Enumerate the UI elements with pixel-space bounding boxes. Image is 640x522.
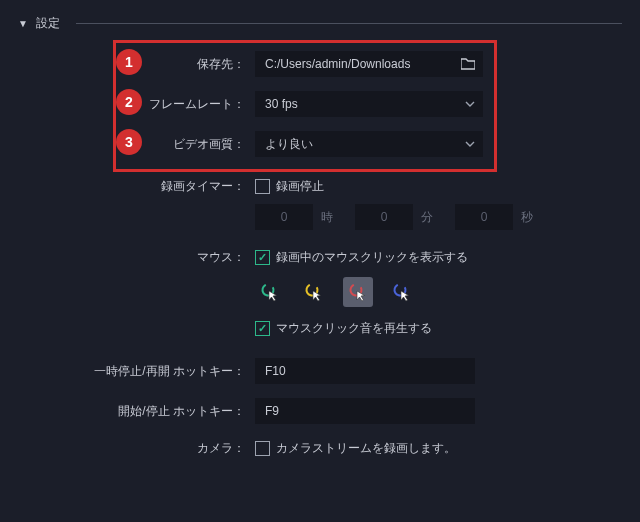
mouse-color-blue[interactable]: [387, 277, 417, 307]
save-path-field[interactable]: C:/Users/admin/Downloads: [255, 51, 483, 77]
quality-select[interactable]: より良い: [255, 131, 483, 157]
hotkey-start-label: 開始/停止 ホットキー：: [80, 403, 255, 420]
timer-seconds-input[interactable]: 0: [455, 204, 513, 230]
settings-header[interactable]: ▼ 設定: [18, 15, 622, 32]
hotkey-start-value: F9: [265, 404, 279, 418]
mouse-label: マウス：: [130, 249, 255, 266]
rec-stop-label: 録画停止: [276, 178, 324, 195]
mouse-show-label: 録画中のマウスクリックを表示する: [276, 249, 468, 266]
checkbox-icon: [255, 441, 270, 456]
timer-minutes-input[interactable]: 0: [355, 204, 413, 230]
mouse-color-yellow[interactable]: [299, 277, 329, 307]
framerate-label: フレームレート：: [130, 96, 255, 113]
camera-label: カメラ：: [130, 440, 255, 457]
timer-seconds-unit: 秒: [521, 209, 533, 226]
mouse-sound-checkbox[interactable]: ✓ マウスクリック音を再生する: [255, 320, 432, 337]
folder-icon[interactable]: [461, 58, 475, 70]
checkbox-icon: ✓: [255, 250, 270, 265]
chevron-down-icon: [465, 141, 475, 147]
framerate-select[interactable]: 30 fps: [255, 91, 483, 117]
timer-hours-unit: 時: [321, 209, 333, 226]
cursor-ring-icon: [348, 282, 368, 302]
chevron-down-icon: [465, 101, 475, 107]
save-path-label: 保存先：: [130, 56, 255, 73]
settings-title: 設定: [36, 15, 60, 32]
divider: [76, 23, 622, 24]
hotkey-pause-label: 一時停止/再開 ホットキー：: [80, 363, 255, 380]
mouse-sound-label: マウスクリック音を再生する: [276, 320, 432, 337]
cursor-ring-icon: [304, 282, 324, 302]
quality-label: ビデオ画質：: [130, 136, 255, 153]
timer-hours-input[interactable]: 0: [255, 204, 313, 230]
save-path-value: C:/Users/admin/Downloads: [265, 57, 410, 71]
mouse-show-checkbox[interactable]: ✓ 録画中のマウスクリックを表示する: [255, 249, 468, 266]
camera-stream-checkbox[interactable]: カメラストリームを録画します。: [255, 440, 456, 457]
cursor-ring-icon: [260, 282, 280, 302]
quality-value: より良い: [265, 136, 313, 153]
cursor-ring-icon: [392, 282, 412, 302]
hotkey-pause-input[interactable]: F10: [255, 358, 475, 384]
timer-minutes-unit: 分: [421, 209, 433, 226]
checkbox-icon: [255, 179, 270, 194]
disclosure-triangle-icon: ▼: [18, 18, 28, 29]
mouse-color-options: [255, 277, 417, 307]
checkbox-icon: ✓: [255, 321, 270, 336]
rec-timer-label: 録画タイマー：: [130, 178, 255, 195]
hotkey-start-input[interactable]: F9: [255, 398, 475, 424]
mouse-color-red[interactable]: [343, 277, 373, 307]
hotkey-pause-value: F10: [265, 364, 286, 378]
rec-stop-checkbox[interactable]: 録画停止: [255, 178, 324, 195]
camera-stream-label: カメラストリームを録画します。: [276, 440, 456, 457]
framerate-value: 30 fps: [265, 97, 298, 111]
mouse-color-green[interactable]: [255, 277, 285, 307]
